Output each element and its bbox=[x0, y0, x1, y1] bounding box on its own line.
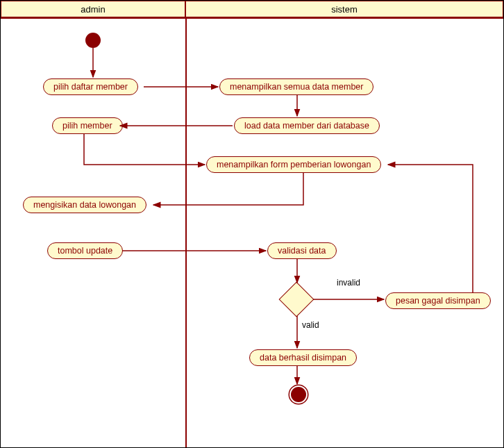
activity-menampilkan-data: menampilkan semua data member bbox=[219, 78, 373, 95]
decision-node bbox=[279, 282, 314, 317]
guard-valid: valid bbox=[302, 320, 319, 330]
activity-pilih-daftar-member: pilih daftar member bbox=[43, 78, 138, 95]
end-node bbox=[291, 387, 306, 402]
activity-data-berhasil: data berhasil disimpan bbox=[249, 349, 357, 366]
activity-load-data: load data member dari database bbox=[234, 117, 380, 134]
activity-tombol-update: tombol update bbox=[47, 242, 123, 259]
lane-divider bbox=[185, 19, 187, 447]
activity-pilih-member: pilih member bbox=[52, 117, 123, 134]
guard-invalid: invalid bbox=[337, 278, 360, 288]
activity-diagram: admin sistem pilih daftar member menampi… bbox=[0, 0, 504, 448]
start-node bbox=[85, 33, 101, 48]
activity-validasi-data: validasi data bbox=[267, 242, 337, 259]
swimlane-header-sistem: sistem bbox=[185, 1, 503, 17]
edges bbox=[1, 1, 504, 448]
activity-pesan-gagal: pesan gagal disimpan bbox=[385, 292, 491, 309]
activity-mengisikan-data: mengisikan data lowongan bbox=[23, 197, 146, 213]
swimlane-headers: admin sistem bbox=[1, 1, 503, 19]
swimlane-header-admin: admin bbox=[1, 1, 185, 17]
activity-menampilkan-form: menampilkan form pemberian lowongan bbox=[206, 156, 381, 173]
